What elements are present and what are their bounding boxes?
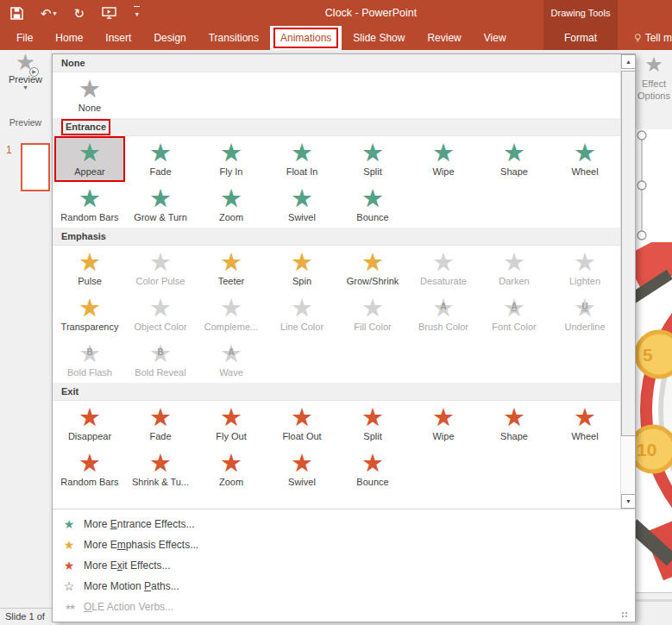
effect-shape[interactable]: ★Shape (479, 136, 550, 182)
effect-fill-color: ★Fill Color (337, 291, 408, 337)
customize-qat-button[interactable]: ▾ (134, 6, 140, 21)
preview-button-label: Preview (0, 74, 51, 84)
selection-handles (636, 130, 672, 242)
effect-pulse[interactable]: ★Pulse (54, 246, 125, 291)
effect-wheel[interactable]: ★Wheel (550, 136, 620, 182)
preview-group: ★ ▶ Preview ▼ Preview (0, 50, 52, 129)
undo-dropdown-icon[interactable]: ▾ (53, 7, 57, 20)
star-green-icon: ★ (61, 517, 77, 531)
effect-random-bars[interactable]: ★Random Bars (54, 447, 125, 492)
effect-transparency[interactable]: ★Transparency (54, 291, 125, 337)
swivel-star-icon: ★ (268, 450, 336, 476)
tab-home[interactable]: Home (44, 26, 94, 50)
effect-options-button[interactable]: ★ Effect Options (636, 50, 672, 129)
scrollbar-up-button[interactable]: ▲ (621, 54, 636, 69)
effect-random-bars[interactable]: ★Random Bars (54, 182, 125, 228)
effect-float-in[interactable]: ★Float In (267, 136, 337, 182)
effect-fade[interactable]: ★Fade (125, 401, 196, 447)
preview-group-label: Preview (0, 117, 51, 128)
preview-dropdown-icon[interactable]: ▼ (0, 84, 51, 91)
fade-star-icon: ★ (127, 140, 194, 166)
gallery-row: ★None (53, 72, 621, 118)
tab-slide-show[interactable]: Slide Show (342, 26, 416, 50)
swivel-star-icon: ★ (268, 185, 336, 211)
save-button[interactable] (10, 7, 23, 20)
effect-teeter[interactable]: ★Teeter (196, 246, 267, 291)
tab-transitions[interactable]: Transitions (198, 26, 270, 50)
start-slideshow-button[interactable] (102, 7, 116, 19)
menu-item-more-entrance-effects[interactable]: ★More Entrance Effects... (53, 514, 635, 534)
gallery-scrollbar[interactable]: ▲ ▼ (620, 54, 635, 509)
effect-grow-turn[interactable]: ★Grow & Turn (125, 182, 196, 228)
bounce-star-icon: ★ (339, 450, 406, 476)
slide-area-bottom-strip (636, 592, 672, 625)
contextual-group-label: Drawing Tools (543, 0, 618, 26)
effect-label: Color Pulse (127, 275, 194, 287)
effect-wipe[interactable]: ★Wipe (408, 136, 479, 182)
effect-split[interactable]: ★Split (337, 136, 408, 182)
effect-bold-flash: ★BBold Flash (54, 337, 125, 383)
effect-bounce[interactable]: ★Bounce (337, 447, 408, 492)
effect-float-out[interactable]: ★Float Out (267, 401, 337, 447)
tell-me-box[interactable]: Tell m (634, 26, 672, 50)
effect-swivel[interactable]: ★Swivel (267, 182, 337, 228)
effect-wipe[interactable]: ★Wipe (408, 401, 479, 447)
effect-grow-shrink[interactable]: ★Grow/Shrink (337, 246, 408, 291)
tab-format[interactable]: Format (543, 26, 618, 50)
tab-view[interactable]: View (473, 26, 518, 50)
effect-shrink-tu[interactable]: ★Shrink & Tu... (125, 447, 196, 492)
section-header-emphasis: Emphasis (53, 228, 621, 246)
effect-label: Brush Color (410, 321, 477, 333)
tab-design[interactable]: Design (142, 26, 197, 50)
effect-zoom[interactable]: ★Zoom (196, 447, 267, 492)
scrollbar-thumb[interactable] (621, 71, 636, 436)
effect-swivel[interactable]: ★Swivel (267, 447, 337, 492)
effect-fade[interactable]: ★Fade (125, 136, 196, 182)
undo-button[interactable]: ↶▾ (41, 7, 57, 20)
effect-split[interactable]: ★Split (337, 401, 408, 447)
effect-fly-in[interactable]: ★Fly In (196, 136, 267, 182)
effect-wheel[interactable]: ★Wheel (550, 401, 620, 447)
effect-options-label-2: Options (636, 90, 672, 102)
effect-fly-out[interactable]: ★Fly Out (196, 401, 267, 447)
effect-shape[interactable]: ★Shape (479, 401, 550, 447)
wave-star-icon: ★A (198, 341, 265, 366)
star-letter: A (198, 347, 265, 358)
menu-item-more-motion-paths[interactable]: ☆More Motion Paths... (53, 576, 635, 597)
effect-brush-color: ★ABrush Color (408, 291, 479, 337)
wheel-star-icon: ★ (551, 140, 619, 166)
effect-label: Bold Flash (56, 366, 123, 378)
gallery-row: ★BBold Flash★BBold Reveal★AWave (53, 337, 621, 383)
effect-label: Random Bars (56, 476, 123, 488)
resize-grip[interactable] (622, 616, 624, 617)
redo-button[interactable]: ↻ (74, 7, 85, 20)
slide-1-thumbnail[interactable] (21, 143, 50, 191)
slide-canvas[interactable]: 5 10 (636, 130, 672, 592)
animation-gallery: None★NoneEntrance★Appear★Fade★Fly In★Flo… (53, 54, 621, 509)
title-bar: ↶▾ ↻ ▾ Clock - PowerPoint Drawing Tools (0, 0, 672, 26)
effect-spin[interactable]: ★Spin (267, 246, 337, 291)
effect-label: Darken (480, 275, 548, 287)
effect-label: Shape (480, 430, 548, 442)
tab-review[interactable]: Review (416, 26, 472, 50)
effect-object-color: ★Object Color (125, 291, 196, 337)
tab-animations[interactable]: Animations (270, 26, 342, 50)
effect-label: Bounce (339, 476, 406, 488)
fly-out-star-icon: ★ (198, 404, 265, 430)
effect-none[interactable]: ★None (54, 72, 125, 118)
tab-file[interactable]: File (5, 26, 44, 50)
split-star-icon: ★ (339, 404, 406, 430)
effect-disappear[interactable]: ★Disappear (54, 401, 125, 447)
effect-label: Bounce (339, 211, 406, 223)
float-in-star-icon: ★ (268, 140, 336, 166)
tab-insert[interactable]: Insert (94, 26, 142, 50)
menu-item-more-emphasis-effects[interactable]: ★More Emphasis Effects... (53, 534, 635, 555)
line-color-star-icon: ★ (268, 295, 336, 321)
effect-zoom[interactable]: ★Zoom (196, 182, 267, 228)
scrollbar-down-button[interactable]: ▼ (621, 494, 636, 509)
effect-appear[interactable]: ★Appear (54, 136, 125, 182)
preview-button[interactable]: ★ ▶ Preview ▼ (0, 50, 51, 107)
effect-bounce[interactable]: ★Bounce (337, 182, 408, 228)
menu-item-more-exit-effects[interactable]: ★More Exit Effects... (53, 555, 635, 576)
svg-text:5: 5 (643, 345, 653, 365)
